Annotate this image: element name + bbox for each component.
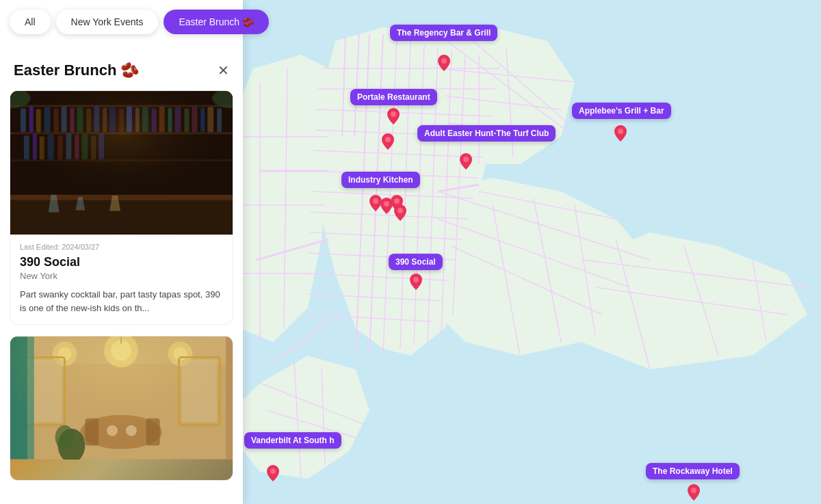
panel-header: Easter Brunch 🫘 ✕ <box>0 62 243 90</box>
svg-point-65 <box>463 157 469 162</box>
svg-point-68 <box>394 198 400 204</box>
pin-portale2[interactable] <box>382 133 394 150</box>
pin-portale[interactable] <box>387 108 400 124</box>
venue-card-2[interactable] <box>10 336 233 481</box>
svg-point-72 <box>270 468 276 474</box>
venue-image-1: 1/2 <box>10 91 233 235</box>
svg-point-66 <box>373 198 378 204</box>
easter-brunch-button[interactable]: Easter Brunch 🫘 <box>164 10 269 34</box>
map-label-regency[interactable]: The Regency Bar & Grill <box>390 25 497 41</box>
svg-point-69 <box>398 208 403 213</box>
ny-events-button[interactable]: New York Events <box>56 10 159 34</box>
close-button[interactable]: ✕ <box>218 62 229 79</box>
side-panel: Easter Brunch 🫘 ✕ 1/2 <box>0 0 243 504</box>
svg-point-67 <box>384 201 389 207</box>
svg-rect-120 <box>10 92 233 235</box>
map-label-adult-easter[interactable]: Adult Easter Hunt-The Turf Club <box>417 125 556 142</box>
venue-city-1: New York <box>20 271 223 281</box>
venue-card-1[interactable]: 1/2 <box>10 90 233 325</box>
venue-info-1: Last Edited: 2024/03/27 390 Social New Y… <box>10 235 233 324</box>
map-label-rockaway[interactable]: The Rockaway Hotel <box>646 463 740 479</box>
map-label-portale[interactable]: Portale Restaurant <box>350 89 437 105</box>
svg-rect-145 <box>10 337 233 460</box>
svg-point-73 <box>691 488 696 493</box>
svg-point-70 <box>413 277 419 282</box>
pin-regency[interactable] <box>438 55 450 71</box>
svg-point-64 <box>385 137 391 142</box>
map-label-390-social[interactable]: 390 Social <box>389 254 443 270</box>
pin-industry4[interactable] <box>394 204 406 221</box>
pin-applebees[interactable] <box>614 125 627 142</box>
svg-point-62 <box>441 58 447 64</box>
map-label-industry[interactable]: Industry Kitchen <box>341 172 420 188</box>
pin-vanderbilt[interactable] <box>267 465 279 481</box>
edit-date: Last Edited: 2024/03/27 <box>20 243 223 251</box>
pin-390[interactable] <box>410 274 422 290</box>
venue-image-2 <box>10 336 233 480</box>
map-label-vanderbilt[interactable]: Vanderbilt At South h <box>244 432 341 449</box>
all-button[interactable]: All <box>10 10 51 34</box>
map-label-applebees[interactable]: Applebee's Grill + Bar <box>572 103 671 119</box>
venue-desc-1: Part swanky cocktail bar, part tasty tap… <box>20 288 223 315</box>
venue-name-1: 390 Social <box>20 255 223 269</box>
pin-adult[interactable] <box>460 153 472 170</box>
panel-title: Easter Brunch 🫘 <box>14 62 140 79</box>
top-nav: All New York Events Easter Brunch 🫘 <box>10 10 269 34</box>
svg-point-63 <box>391 111 396 117</box>
svg-point-71 <box>618 129 623 134</box>
pin-rockaway[interactable] <box>688 484 700 501</box>
